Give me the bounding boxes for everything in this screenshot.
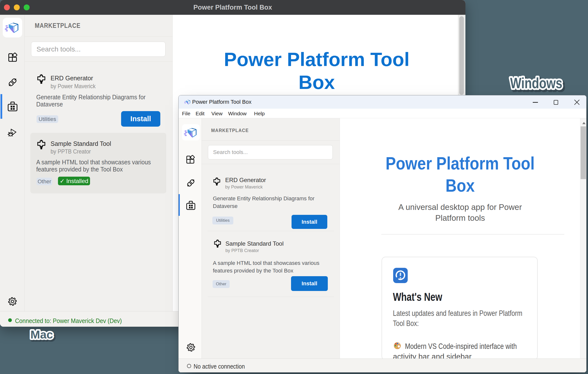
svg-text:Mac: Mac <box>30 328 53 341</box>
svg-text:Windows: Windows <box>510 74 562 91</box>
